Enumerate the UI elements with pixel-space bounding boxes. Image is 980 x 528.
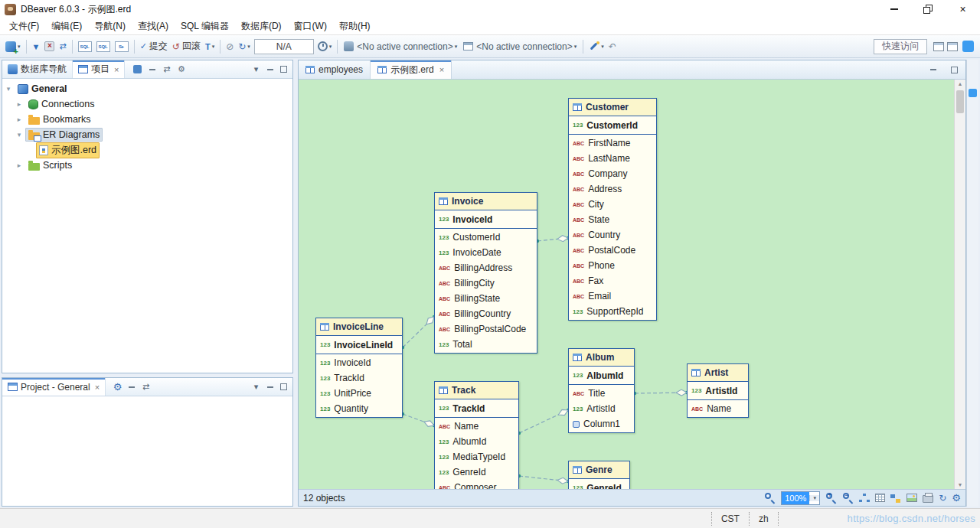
close-window-button[interactable]: × — [946, 0, 980, 18]
no-auto-sync-button[interactable]: ⊘ — [224, 37, 236, 56]
minimize-view-icon[interactable] — [267, 69, 273, 70]
maximize-view-icon[interactable] — [280, 66, 287, 73]
menu-item[interactable]: 查找(A) — [132, 18, 175, 34]
entity-column[interactable]: ABCComposer — [435, 480, 518, 489]
entity-column[interactable]: ABCState — [569, 212, 656, 227]
entity-column[interactable]: 123GenreId — [435, 464, 518, 480]
tree-item[interactable]: ▸Bookmarks — [2, 112, 292, 127]
editor-tab[interactable]: employees — [299, 60, 371, 79]
entity-column[interactable]: ABCTitle — [569, 386, 634, 401]
sql-editor-button[interactable]: SQL — [76, 37, 94, 56]
entity-header[interactable]: Customer — [569, 99, 656, 116]
menu-item[interactable]: 帮助(H) — [333, 18, 377, 34]
tab-database-navigator[interactable]: 数据库导航 — [2, 60, 73, 78]
menu-item[interactable]: 编辑(E) — [45, 18, 88, 34]
entity-pk-column[interactable]: 123AlbumId — [569, 367, 634, 383]
entity-column[interactable]: 123SupportRepId — [569, 304, 656, 319]
view-menu-chevron-icon[interactable]: ▾ — [249, 64, 263, 74]
entity-column[interactable]: ABCCity — [569, 197, 656, 212]
connect-button[interactable]: ▼ — [30, 37, 43, 56]
entity-header[interactable]: InvoiceLine — [316, 318, 402, 336]
maximize-editor-icon[interactable] — [951, 67, 958, 73]
erd-canvas[interactable]: Customer123CustomerIdABCFirstNameABCLast… — [299, 80, 954, 489]
disconnect-button[interactable] — [42, 37, 57, 56]
zoom-out-icon[interactable]: − — [842, 492, 854, 504]
entity-column[interactable]: Column1 — [569, 416, 634, 432]
editor-tab[interactable]: 示例图.erd× — [371, 60, 452, 79]
entity-column[interactable]: 123TrackId — [316, 370, 402, 386]
entity-column[interactable]: ABCBillingAddress — [435, 260, 537, 275]
save-as-image-icon[interactable] — [906, 494, 917, 502]
entity-header[interactable]: Track — [435, 382, 518, 399]
entity-column[interactable]: ABCBillingCountry — [435, 306, 537, 321]
entity-column[interactable]: 123Total — [435, 337, 537, 352]
chevron-collapsed-icon[interactable]: ▸ — [13, 100, 25, 108]
invalidate-connection-button[interactable]: ⇄ — [57, 37, 68, 56]
entity-column[interactable]: ABCAddress — [569, 181, 656, 197]
entity-column[interactable]: 123MediaTypeId — [435, 449, 518, 464]
collapse-icon[interactable] — [129, 386, 135, 388]
entity-invoice[interactable]: Invoice123InvoiceId123CustomerId123Invoi… — [434, 192, 537, 354]
minimize-editor-icon[interactable] — [930, 69, 936, 70]
entity-column[interactable]: 123AlbumId — [435, 434, 518, 449]
tree-item[interactable]: ▸Connections — [2, 96, 292, 112]
entity-column[interactable]: ABCBillingPostalCode — [435, 321, 537, 337]
link-with-editor-icon[interactable]: ⇄ — [159, 64, 174, 74]
entity-column[interactable]: ABCName — [435, 419, 518, 434]
entity-column[interactable]: ABCLastName — [569, 151, 656, 166]
open-sql-script-button[interactable]: S▸ — [113, 37, 131, 56]
search-icon[interactable] — [764, 492, 776, 504]
refresh-diagram-icon[interactable]: ↻ — [939, 493, 946, 504]
entity-column[interactable]: 123ArtistId — [569, 401, 634, 416]
minimized-view-icon[interactable] — [969, 89, 977, 97]
entity-header[interactable]: Album — [569, 349, 634, 367]
entity-artist[interactable]: Artist123ArtistIdABCName — [687, 363, 749, 418]
entity-column[interactable]: ABCPostalCode — [569, 243, 656, 258]
entity-column[interactable]: ABCFirstName — [569, 135, 656, 151]
entity-pk-column[interactable]: 123InvoiceId — [435, 211, 537, 227]
tree-item[interactable]: ▾ER Diagrams — [2, 127, 292, 142]
entity-column[interactable]: 123Quantity — [316, 401, 402, 416]
chevron-expanded-icon[interactable]: ▾ — [2, 85, 15, 93]
entity-header[interactable]: Invoice — [435, 193, 537, 210]
chevron-expanded-icon[interactable]: ▾ — [13, 131, 25, 139]
diagram-settings-icon[interactable]: ⚙ — [952, 492, 961, 504]
scrollbar-thumb[interactable] — [956, 90, 964, 113]
entity-column[interactable]: ABCBillingCity — [435, 275, 537, 291]
entity-column[interactable]: 123UnitPrice — [316, 386, 402, 401]
entity-pk-column[interactable]: 123CustomerId — [569, 117, 656, 133]
menu-item[interactable]: SQL 编辑器 — [175, 18, 235, 34]
entity-column[interactable]: 123CustomerId — [435, 230, 537, 245]
minimize-view-icon[interactable] — [267, 386, 273, 388]
quick-access-field[interactable]: 快速访问 — [874, 39, 927, 54]
view-menu-icon[interactable] — [133, 65, 142, 73]
entity-genre[interactable]: Genre123GenreId — [568, 461, 630, 489]
entity-column[interactable]: ABCEmail — [569, 288, 656, 304]
active-connection-select[interactable]: <No active connection>▾ — [341, 38, 460, 55]
menu-item[interactable]: 数据库(D) — [235, 18, 288, 34]
chevron-collapsed-icon[interactable]: ▸ — [13, 161, 25, 169]
perspective-other-icon[interactable] — [947, 42, 958, 51]
view-menu-chevron-icon[interactable]: ▾ — [249, 382, 263, 392]
menu-item[interactable]: 窗口(W) — [288, 18, 333, 34]
entity-pk-column[interactable]: 123InvoiceLineId — [316, 337, 402, 353]
minimize-window-button[interactable] — [877, 0, 911, 18]
entity-column[interactable]: 123InvoiceId — [316, 355, 402, 370]
entity-column[interactable]: ABCCompany — [569, 166, 656, 181]
back-button[interactable]: ↶ — [606, 37, 619, 56]
collapse-all-icon[interactable] — [149, 69, 155, 70]
print-icon[interactable] — [923, 495, 933, 503]
settings-icon[interactable]: ⚙ — [110, 381, 125, 393]
view-settings-icon[interactable]: ⚙ — [174, 64, 188, 74]
entity-album[interactable]: Album123AlbumIdABCTitle123ArtistIdColumn… — [568, 348, 635, 433]
entity-header[interactable]: Artist — [688, 364, 748, 382]
notation-icon[interactable] — [890, 494, 901, 503]
toggle-grid-icon[interactable] — [875, 494, 885, 502]
menu-item[interactable]: 文件(F) — [3, 18, 45, 34]
maximize-view-icon[interactable] — [280, 383, 287, 390]
scroll-up-icon[interactable]: ▲ — [955, 81, 965, 86]
restore-window-button[interactable] — [911, 0, 946, 18]
entity-customer[interactable]: Customer123CustomerIdABCFirstNameABCLast… — [568, 98, 657, 321]
tab-project-general[interactable]: Project - General × — [2, 378, 106, 396]
entity-column[interactable]: 123InvoiceDate — [435, 245, 537, 260]
